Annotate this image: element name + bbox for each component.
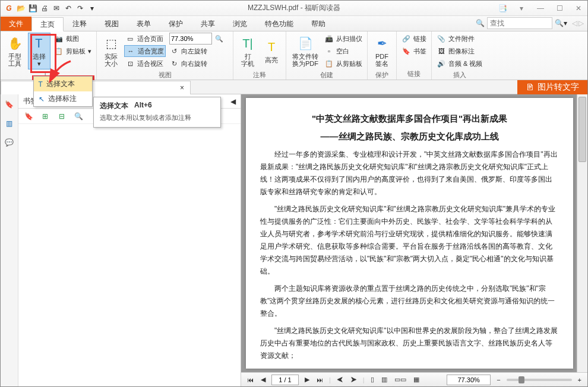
save-icon[interactable]: 💾	[28, 4, 37, 13]
doc-title-2: ——丝绸之路民族、宗教历史文化库成功上线	[260, 129, 559, 144]
tab-view[interactable]: 视图	[96, 17, 128, 31]
undo-icon[interactable]: ↶	[64, 4, 73, 13]
select-text-item[interactable]: Ꭲ选择文本	[34, 77, 92, 91]
qat-more-icon[interactable]: ▾	[87, 4, 97, 13]
back-icon[interactable]: ⮜	[336, 376, 344, 383]
zoom-in-icon[interactable]: 🔍	[214, 34, 224, 43]
tab-share[interactable]: 共享	[192, 17, 224, 31]
window-title: MZZJLSWH.pdf - 福昕阅读器	[248, 3, 340, 13]
zoom-combo[interactable]	[169, 33, 212, 45]
maximize-icon[interactable]: ☐	[553, 4, 566, 13]
fit-visible-button[interactable]: ⊡适合视区	[124, 58, 166, 69]
snapshot-button[interactable]: 📷截图	[53, 33, 93, 45]
layout-facing-icon[interactable]: ▭▭	[393, 376, 407, 383]
clipboard-icon: 📋	[54, 46, 64, 56]
close-icon[interactable]: ✕	[572, 4, 585, 13]
page-number-input[interactable]	[271, 375, 299, 385]
find-icon[interactable]: 🔍	[476, 19, 485, 27]
fit-width-icon: ↔	[126, 46, 135, 56]
from-clipboard-button[interactable]: 📋从剪贴板	[323, 58, 363, 69]
highlight-icon: T	[263, 39, 280, 55]
zoom-slider[interactable]	[507, 379, 572, 381]
layout-single-icon[interactable]: ▯	[369, 376, 375, 383]
nav-prev-icon[interactable]: ◁	[572, 19, 577, 27]
vertical-scrollbar[interactable]	[577, 94, 587, 372]
bm-expand-icon[interactable]: ⊞	[40, 111, 50, 122]
zoom-slider-knob[interactable]	[519, 376, 524, 383]
tab-home[interactable]: 主页	[31, 17, 64, 31]
bookmark-button[interactable]: 🔖书签	[400, 45, 428, 57]
first-page-icon[interactable]: ⏮	[246, 376, 255, 383]
group-links-label: 链接	[400, 68, 428, 78]
prev-page-icon[interactable]: ◀	[260, 376, 267, 383]
email-icon[interactable]: ✉	[52, 4, 61, 13]
group-insert-label: 插入	[435, 69, 483, 80]
tab-form[interactable]: 表单	[128, 17, 160, 31]
sidebar-comments-icon[interactable]: 💬	[4, 137, 15, 148]
print-icon[interactable]: 🖨	[40, 4, 49, 13]
ribbon-toggle-icon[interactable]: 📑	[496, 4, 509, 13]
chevron-down-icon: ▾	[88, 47, 91, 55]
close-tab-icon[interactable]: ×	[180, 84, 184, 92]
zoom-out-icon[interactable]: −	[495, 376, 501, 383]
status-zoom-input[interactable]	[447, 375, 491, 385]
fit-width-button[interactable]: ↔适合宽度	[124, 45, 166, 57]
redo-icon[interactable]: ↷	[75, 4, 85, 13]
select-annot-item[interactable]: ↖选择标注	[34, 91, 92, 106]
tab-features[interactable]: 特色功能	[256, 17, 302, 31]
search-advanced-icon[interactable]: 🔍▾	[555, 19, 567, 27]
zoom-in-icon[interactable]: +	[577, 376, 583, 383]
scanner-icon: 📠	[324, 34, 334, 43]
next-page-icon[interactable]: ▶	[304, 376, 311, 383]
file-attach-button[interactable]: 📎文件附件	[435, 33, 483, 45]
last-page-icon[interactable]: ⏭	[315, 376, 324, 383]
fit-visible-icon: ⊡	[125, 59, 135, 68]
highlight-button[interactable]: T 高亮	[261, 33, 282, 69]
image-to-text-button[interactable]: 🖹 图片转文字	[517, 80, 587, 94]
bm-search-icon[interactable]: 🔍	[73, 111, 84, 122]
doc-paragraph: "丝绸之路民族历史文化研究知识库"以中国和世界史的发展阶段为轴，整合了丝绸之路发…	[260, 325, 559, 362]
minimize-icon[interactable]: —	[534, 4, 547, 13]
tab-file[interactable]: 文件	[1, 17, 31, 31]
tab-browse[interactable]: 浏览	[224, 17, 256, 31]
bm-collapse-icon[interactable]: ⊟	[56, 111, 67, 122]
bm-close-icon[interactable]: ◀	[230, 97, 236, 106]
document-tab[interactable]: doc ×	[1, 81, 191, 94]
bm-add-icon[interactable]: 🔖	[23, 111, 34, 122]
attachment-icon: 📎	[437, 34, 446, 43]
hand-icon: ✋	[7, 35, 23, 52]
forward-icon[interactable]: ⮞	[349, 376, 358, 383]
sidebar-pages-icon[interactable]: ▥	[4, 118, 15, 129]
link-button[interactable]: 🔗链接	[400, 33, 428, 45]
convert-button[interactable]: 📄 将文件转 换为PDF	[290, 33, 321, 69]
link-icon: 🔗	[402, 34, 411, 43]
rotate-right-button[interactable]: ↻向右旋转	[168, 58, 225, 69]
rotate-left-button[interactable]: ↺向左旋转	[168, 45, 225, 57]
rotate-right-icon: ↻	[169, 59, 179, 68]
hand-tool-button[interactable]: ✋ 手型 工具	[4, 33, 26, 69]
help-dropdown-icon[interactable]: ▾	[515, 4, 528, 13]
from-scanner-button[interactable]: 📠从扫描仪	[323, 33, 363, 45]
group-view-label: 视图	[100, 69, 229, 80]
select-tool-button[interactable]: Ꭲ 选择▾	[28, 33, 50, 69]
image-annot-button[interactable]: 🖼图像标注	[435, 45, 483, 57]
nav-next-icon[interactable]: ▷	[578, 19, 584, 27]
blank-button[interactable]: ▫空白	[323, 45, 363, 57]
open-icon[interactable]: 📂	[16, 4, 26, 13]
actual-size-button[interactable]: ⬚ 实际 大小	[100, 33, 122, 69]
group-protect-label: 保护	[371, 69, 393, 80]
tab-protect[interactable]: 保护	[160, 17, 192, 31]
av-button[interactable]: 🔊音频 & 视频	[435, 58, 483, 69]
fit-page-button[interactable]: ▭适合页面	[124, 33, 166, 45]
clipboard-button[interactable]: 📋剪贴板▾	[53, 45, 93, 57]
tab-annot[interactable]: 注释	[64, 17, 96, 31]
sidebar-bookmark-icon[interactable]: 🔖	[4, 99, 15, 110]
page-content[interactable]: "中英文丝路文献数据库多国合作项目"再出新成果 ——丝绸之路民族、宗教历史文化库…	[246, 98, 573, 369]
scrollbar-thumb[interactable]	[578, 97, 586, 162]
tab-help[interactable]: 帮助	[302, 17, 334, 31]
search-input[interactable]	[487, 17, 552, 29]
pdfsign-button[interactable]: ✒ PDF 签名	[371, 33, 393, 69]
typewriter-button[interactable]: T| 打 字机	[237, 33, 258, 69]
layout-continuous-icon[interactable]: ▥	[380, 376, 388, 383]
layout-cont-facing-icon[interactable]: ▦	[412, 376, 421, 383]
